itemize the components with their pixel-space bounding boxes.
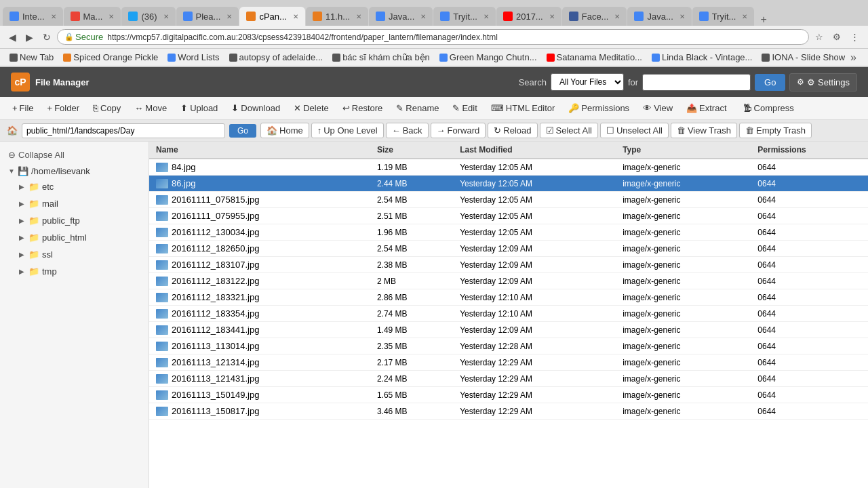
bookmark-word-lists[interactable]: Word Lists <box>163 51 223 64</box>
menu-button[interactable]: ⋮ <box>847 30 863 43</box>
table-row[interactable]: 20161112_182650.jpg 2.54 MB Yesterday 12… <box>149 241 868 257</box>
table-row[interactable]: 20161112_183321.jpg 2.86 MB Yesterday 12… <box>149 289 868 306</box>
bookmark-bac-si[interactable]: bác sĩ khám chữa bện <box>328 51 434 64</box>
tab-1[interactable]: Inte... ✕ <box>3 7 63 26</box>
tab-close-2[interactable]: ✕ <box>108 13 114 20</box>
tree-label-mail[interactable]: ▶ 📁 mail <box>11 197 149 211</box>
tab-9[interactable]: 2017... ✕ <box>496 7 561 26</box>
search-input[interactable] <box>642 74 751 91</box>
table-row[interactable]: 84.jpg 1.19 MB Yesterday 12:05 AM image/… <box>149 159 868 176</box>
extensions-button[interactable]: ⚙ <box>829 30 844 43</box>
table-row[interactable]: 20161112_183107.jpg 2.38 MB Yesterday 12… <box>149 257 868 273</box>
table-row[interactable]: 20161113_121314.jpg 2.17 MB Yesterday 12… <box>149 354 868 371</box>
delete-button[interactable]: ✕ Delete <box>288 100 334 116</box>
view-trash-button[interactable]: 🗑 View Trash <box>671 123 737 138</box>
tab-close-12[interactable]: ✕ <box>742 13 747 20</box>
tab-11[interactable]: Java... ✕ <box>627 7 691 26</box>
upload-icon: ⬆ <box>180 103 188 113</box>
tree-label-public-html[interactable]: ▶ 📁 public_html <box>11 230 149 245</box>
reload-button[interactable]: ↻ <box>39 30 54 45</box>
copy-button[interactable]: ⎘ Copy <box>87 100 126 116</box>
tab-close-5[interactable]: ✕ <box>293 13 298 20</box>
select-all-button[interactable]: ☑ Select All <box>540 123 598 138</box>
bookmark-button[interactable]: ☆ <box>812 30 827 43</box>
file-type-icon <box>156 260 168 270</box>
up-one-level-button[interactable]: ↑ Up One Level <box>311 123 384 138</box>
tab-3[interactable]: (36) ✕ <box>121 7 175 26</box>
back-button[interactable]: ◀ <box>5 30 20 45</box>
tab-close-6[interactable]: ✕ <box>356 13 361 20</box>
tab-close-4[interactable]: ✕ <box>226 13 232 20</box>
extract-button[interactable]: 📤 Extract <box>681 100 732 116</box>
table-row[interactable]: 20161113_113014.jpg 2.35 MB Yesterday 12… <box>149 338 868 354</box>
table-row[interactable]: 20161112_183354.jpg 2.74 MB Yesterday 12… <box>149 306 868 322</box>
table-row[interactable]: 20161112_130034.jpg 1.96 MB Yesterday 12… <box>149 224 868 241</box>
upload-button[interactable]: ⬆ Upload <box>175 100 223 116</box>
forward-button[interactable]: ▶ <box>22 30 37 45</box>
tab-2[interactable]: Ma... ✕ <box>64 7 121 26</box>
bookmark-spiced-orange[interactable]: Spiced Orange Pickle <box>59 51 162 64</box>
view-button[interactable]: 👁 View <box>637 100 678 116</box>
tab-5[interactable]: cPan... ✕ <box>239 7 304 26</box>
table-row[interactable]: 20161113_150817.jpg 3.46 MB Yesterday 12… <box>149 403 868 420</box>
tab-close-9[interactable]: ✕ <box>549 13 555 20</box>
table-row[interactable]: 86.jpg 2.44 MB Yesterday 12:05 AM image/… <box>149 176 868 192</box>
empty-trash-icon: 🗑 <box>745 125 754 136</box>
tab-7[interactable]: Java... ✕ <box>369 7 433 26</box>
home-button[interactable]: 🏠 Home <box>260 123 309 138</box>
file-button[interactable]: + File <box>7 100 39 116</box>
bookmark-green-mango[interactable]: Green Mango Chutn... <box>435 51 541 64</box>
tab-4[interactable]: Plea... ✕ <box>176 7 239 26</box>
table-row[interactable]: 20161111_075955.jpg 2.51 MB Yesterday 12… <box>149 208 868 224</box>
tab-close-3[interactable]: ✕ <box>163 13 169 20</box>
path-input[interactable] <box>22 123 225 138</box>
restore-button[interactable]: ↩ Restore <box>337 100 389 116</box>
edit-button[interactable]: ✎ Edit <box>447 100 482 116</box>
search-go-button[interactable]: Go <box>755 74 785 91</box>
tree-label-etc[interactable]: ▶ 📁 etc <box>11 180 149 194</box>
tab-10[interactable]: Face... ✕ <box>562 7 627 26</box>
rename-button[interactable]: ✎ Rename <box>391 100 444 116</box>
folder-button[interactable]: + Folder <box>42 100 85 116</box>
bookmark-linda[interactable]: Linda Black - Vintage... <box>648 51 756 64</box>
tree-label-root[interactable]: ▼ 💾 /home/lisevank <box>0 164 149 178</box>
move-button[interactable]: ↔ Move <box>129 100 172 116</box>
table-row[interactable]: 20161113_150149.jpg 1.65 MB Yesterday 12… <box>149 387 868 403</box>
table-row[interactable]: 20161113_121431.jpg 2.24 MB Yesterday 12… <box>149 371 868 387</box>
compress-button[interactable]: 🗜 Compress <box>738 100 800 116</box>
bookmark-autopsy[interactable]: autopsy of adelaide... <box>225 51 328 64</box>
tab-8[interactable]: Tryit... ✕ <box>433 7 496 26</box>
download-button[interactable]: ⬇ Download <box>226 100 285 116</box>
address-bar[interactable]: 🔒 Secure https://vmcp57.digitalpacific.c… <box>57 29 809 45</box>
tree-label-public-ftp[interactable]: ▶ 📁 public_ftp <box>11 214 149 228</box>
bookmark-iona[interactable]: IONA - Slide Show <box>757 51 849 64</box>
tab-close-10[interactable]: ✕ <box>614 13 620 20</box>
collapse-all-button[interactable]: ⊖ Collapse All <box>0 147 149 163</box>
tree-label-ssl[interactable]: ▶ 📁 ssl <box>11 247 149 262</box>
forward-nav-button[interactable]: → Forward <box>431 123 486 138</box>
html-editor-button[interactable]: ⌨ HTML Editor <box>486 100 560 116</box>
path-go-button[interactable]: Go <box>229 124 256 138</box>
tree-label-tmp[interactable]: ▶ 📁 tmp <box>11 264 149 279</box>
bookmark-satanama[interactable]: Satanama Meditatio... <box>542 51 646 64</box>
tab-close-7[interactable]: ✕ <box>420 13 426 20</box>
tab-12[interactable]: Tryit... ✕ <box>692 7 755 26</box>
reload-nav-button[interactable]: ↻ Reload <box>488 123 537 138</box>
search-type-select[interactable]: All Your Files <box>551 73 624 91</box>
table-row[interactable]: 20161112_183122.jpg 2 MB Yesterday 12:09… <box>149 273 868 289</box>
unselect-all-button[interactable]: ☐ Unselect All <box>600 123 669 138</box>
tab-6[interactable]: 11.h... ✕ <box>306 7 368 26</box>
settings-button[interactable]: ⚙ ⚙ Settings <box>789 73 857 92</box>
empty-trash-button[interactable]: 🗑 Empty Trash <box>739 123 812 138</box>
new-tab-button[interactable]: + <box>755 14 772 26</box>
tab-close-11[interactable]: ✕ <box>679 13 685 20</box>
tab-close-1[interactable]: ✕ <box>51 13 56 20</box>
bookmark-new-tab[interactable]: New Tab <box>5 51 58 64</box>
table-row[interactable]: 20161111_075815.jpg 2.54 MB Yesterday 12… <box>149 192 868 208</box>
bookmarks-overflow[interactable]: » <box>850 52 856 64</box>
tab-close-8[interactable]: ✕ <box>484 13 489 20</box>
file-type-icon <box>156 309 168 319</box>
permissions-button[interactable]: 🔑 Permissions <box>563 100 635 116</box>
table-row[interactable]: 20161112_183441.jpg 1.49 MB Yesterday 12… <box>149 322 868 338</box>
back-nav-button[interactable]: ← Back <box>386 123 429 138</box>
